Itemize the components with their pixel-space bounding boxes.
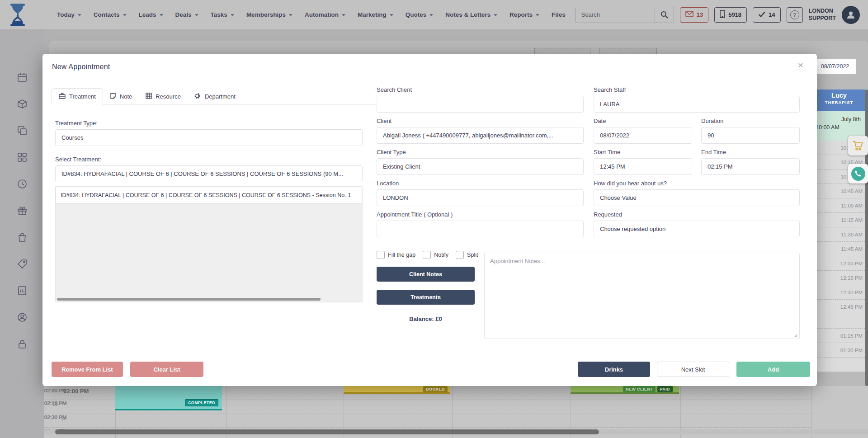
treatment-type-select[interactable]: Courses [55,129,363,146]
tab-label: Resource [156,93,181,100]
new-client-badge: NEW CLIENT [623,386,656,392]
search-client-label: Search Client [377,86,584,93]
end-time-field[interactable]: 02:15 PM [701,158,800,175]
phone-icon [851,167,865,181]
notify-checkbox[interactable]: Notify [423,251,448,259]
appointment-title-label: Appointment Title ( Optional ) [377,211,584,218]
search-client-input[interactable] [377,96,584,113]
tab-department[interactable]: Department [188,89,242,104]
appointment-block-booked[interactable]: BOOKED [344,386,450,394]
treatment-select[interactable]: ID#834: HYDRAFACIAL | COURSE OF 6 | COUR… [55,165,363,182]
appointment-notes-textarea[interactable] [484,253,800,339]
note-icon [110,93,116,100]
app: Today Contacts Leads Deals Tasks Members… [0,0,868,438]
clear-list-button[interactable]: Clear List [130,362,203,377]
vertical-scrollbar[interactable] [865,89,868,386]
megaphone-icon [194,93,201,100]
horizontal-scrollbar[interactable] [55,429,599,434]
appointment-title-input[interactable] [377,221,584,237]
briefcase-icon [59,93,66,100]
duration-label: Duration [701,118,800,124]
tab-resource[interactable]: Resource [139,89,188,104]
calendar-time-slot[interactable]: 01:30 PM [813,343,865,358]
staff-column: Search Staff LAURA Date 08/07/2022 Durat… [594,86,800,242]
phone-widget[interactable] [848,164,868,184]
list-scrollbar[interactable] [57,298,321,301]
date-field[interactable]: 08/07/2022 [594,127,692,144]
appointment-block-completed[interactable]: COMPLETED [115,386,222,410]
start-time-label: Start Time [594,149,692,155]
checkbox-label: Fill the gap [388,252,415,258]
table-icon [146,93,152,100]
calendar-time-slot[interactable]: 10:45 AM [813,184,865,198]
completed-badge: COMPLETED [185,399,218,406]
resize-handle-icon[interactable]: ◢ [794,333,797,338]
close-icon[interactable]: × [795,59,806,71]
time-label: 11:45 AM [841,246,863,252]
calendar-time-slot[interactable]: 11:30 AM [813,227,865,242]
calendar-time-slot[interactable]: 11:00 AM [813,198,865,213]
requested-label: Requested [594,211,800,218]
time-label: 01:15 PM [840,333,863,339]
calendar-bottom-strip: 02:00 PM 15 30 COMPLETED BOOKED NEW CLIE… [44,386,868,438]
basket-widget[interactable] [848,136,868,155]
search-staff-label: Search Staff [594,86,800,93]
calendar-time-slot[interactable]: 11:15 AM [813,213,865,227]
time-label: 02:00 PM [44,388,66,393]
fill-the-gap-checkbox[interactable]: Fill the gap [377,251,415,259]
staff-name: Lucy [813,92,865,99]
tab-note[interactable]: Note [103,89,139,104]
calendar-time-slot[interactable]: 12:30 PM [813,285,865,300]
modal-title: New Appointment [52,63,110,71]
select-treatment-label: Select Treatment: [55,156,363,163]
time-label: 12:30 PM [840,290,863,295]
calendar-time-slot[interactable] [813,314,865,329]
checkbox-label: Split [467,252,478,258]
day-label: July 8th [816,116,863,122]
calendar-time-slot[interactable]: 11:45 AM [813,242,865,256]
paid-badge: PAID [657,386,673,392]
location-select[interactable]: LONDON [377,189,584,206]
treatment-list-item[interactable]: ID#834: HYDRAFACIAL | COURSE OF 6 | COUR… [56,187,362,203]
time-label: 11:00 AM [841,203,863,208]
add-button[interactable]: Add [736,362,810,377]
calendar-staff-header[interactable]: Lucy THERAPIST [813,89,865,111]
remove-from-list-button[interactable]: Remove From List [52,362,123,377]
appointment-block-paid[interactable]: NEW CLIENT PAID [571,386,679,394]
requested-select[interactable]: Choose requested option [594,221,800,237]
time-label: 12:00 PM [840,261,863,266]
time-label: 12:15 PM [840,275,863,281]
client-notes-button[interactable]: Client Notes [377,267,475,282]
hear-about-us-label: How did you hear about us? [594,180,800,187]
next-slot-button[interactable]: Next Slot [657,362,729,377]
current-hour-label: 02:00 PM [63,388,89,395]
time-label: 11:15 AM [841,217,863,223]
staff-role: THERAPIST [813,100,865,105]
hear-about-us-select[interactable]: Choose Value [594,189,800,206]
split-checkbox[interactable]: Split [456,251,478,259]
calendar-time-slot[interactable]: 01:15 PM [813,329,865,343]
search-staff-field[interactable]: LAURA [594,96,800,113]
treatments-button[interactable]: Treatments [377,290,475,305]
client-type-select[interactable]: Existing Client [377,158,584,175]
duration-field[interactable]: 90 [701,127,800,144]
calendar-time-slot[interactable]: 12:00 PM [813,256,865,271]
day-start-time: 10:00 AM [816,124,863,131]
client-type-label: Client Type [377,149,584,155]
tab-label: Department [205,93,236,100]
calendar-time-slot[interactable] [813,358,865,372]
client-field[interactable]: Abigail Joness ( +447490009777, abigailj… [377,127,584,144]
date-label: Date [594,118,692,124]
grid-line [44,414,811,414]
drinks-button[interactable]: Drinks [578,362,650,377]
calendar-date-field[interactable]: 08/07/2022 [814,58,856,75]
checkbox-icon [423,251,431,259]
tab-treatment[interactable]: Treatment [52,88,103,105]
start-time-field[interactable]: 12:45 PM [594,158,692,175]
calendar-time-slot[interactable]: 12:45 PM [813,300,865,314]
client-label: Client [377,118,584,124]
treatment-list: ID#834: HYDRAFACIAL | COURSE OF 6 | COUR… [55,186,363,302]
calendar-time-slot[interactable]: 12:15 PM [813,271,865,285]
tab-label: Note [120,93,132,100]
time-label: 10:45 AM [840,188,863,194]
